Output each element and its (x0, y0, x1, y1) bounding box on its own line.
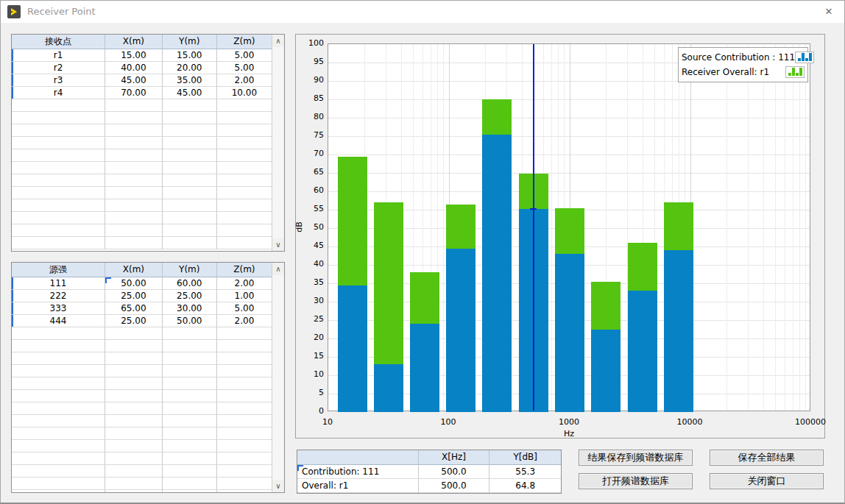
table-row[interactable]: r345.0035.002.00 (12, 74, 272, 87)
cell[interactable]: 25.00 (105, 315, 163, 327)
cell[interactable]: 50.00 (105, 277, 163, 290)
cell[interactable]: 2.00 (217, 315, 272, 327)
table-row[interactable]: Contribution: 111500.055.3 (297, 465, 561, 479)
table-row[interactable]: 33365.0030.005.00 (12, 302, 272, 315)
close-icon[interactable]: ✕ (813, 1, 844, 23)
cell[interactable]: r1 (12, 49, 105, 62)
legend-plot-style-icon[interactable] (795, 52, 814, 63)
table-row[interactable]: 44425.0050.002.00 (12, 315, 272, 327)
save-all-results-button[interactable]: 保存全部结果 (710, 450, 824, 466)
cell[interactable]: 64.8 (489, 479, 561, 493)
plot-area[interactable] (328, 43, 810, 411)
column-header: Y(m) (163, 263, 217, 277)
cell[interactable]: 5.00 (217, 302, 272, 315)
cell (217, 224, 272, 237)
cell (12, 340, 105, 352)
cell[interactable]: 35.00 (163, 74, 217, 87)
empty-row (12, 402, 272, 415)
cell[interactable]: 70.00 (105, 87, 163, 99)
scroll-up-icon[interactable]: ∧ (272, 35, 284, 47)
cell[interactable]: 15.00 (163, 49, 217, 62)
cell[interactable]: 10.00 (217, 87, 272, 99)
scroll-down-icon[interactable]: ∨ (272, 480, 284, 492)
vertical-scrollbar[interactable]: ∧∨ (272, 35, 284, 251)
table-row[interactable]: r240.0020.005.00 (12, 62, 272, 74)
bar (628, 291, 657, 412)
cell[interactable]: 65.00 (105, 302, 163, 315)
cell[interactable]: 500.0 (419, 479, 490, 493)
cell[interactable]: r3 (12, 74, 105, 87)
cell (163, 237, 217, 249)
cell (163, 112, 217, 124)
gridline (726, 44, 727, 411)
cell[interactable]: 5.00 (217, 62, 272, 74)
empty-row (12, 390, 272, 402)
cell (105, 174, 163, 187)
table-row[interactable]: 11150.0060.002.00 (12, 277, 272, 290)
cell[interactable]: 500.0 (419, 465, 490, 479)
cell[interactable]: 5.00 (217, 49, 272, 62)
empty-row (12, 187, 272, 199)
y-axis-tick-label: 55 (300, 204, 324, 214)
cell[interactable]: 333 (12, 302, 105, 315)
legend-label: Receiver Overall: r1 (682, 67, 785, 77)
chart-cursor[interactable] (533, 44, 534, 411)
y-axis-tick-label: 15 (300, 351, 324, 361)
cell[interactable]: 55.3 (489, 465, 561, 479)
cell[interactable]: 444 (12, 315, 105, 327)
empty-row (12, 212, 272, 224)
cell[interactable]: 111 (12, 277, 105, 290)
cell (217, 199, 272, 212)
cell[interactable]: 1.00 (217, 290, 272, 302)
cell (105, 124, 163, 137)
cell[interactable]: 2.00 (217, 277, 272, 290)
cell[interactable]: 40.00 (105, 62, 163, 74)
empty-row (12, 149, 272, 162)
scroll-up-icon[interactable]: ∧ (272, 263, 284, 275)
cell[interactable]: 20.00 (163, 62, 217, 74)
vertical-scrollbar[interactable]: ∧∨ (272, 263, 284, 492)
open-spectrum-db-button[interactable]: 打开频谱数据库 (579, 473, 693, 489)
cell[interactable]: Overall: r1 (297, 479, 419, 493)
cell (105, 352, 163, 365)
cell[interactable]: 60.00 (163, 277, 217, 290)
cell (217, 340, 272, 352)
legend-plot-style-icon[interactable] (785, 66, 805, 78)
spectrum-chart[interactable]: 0510152025303540455055606570758085909510… (295, 34, 825, 439)
cell (105, 377, 163, 390)
cell[interactable]: 2.00 (217, 74, 272, 87)
cell[interactable]: 25.00 (105, 290, 163, 302)
cell (12, 415, 105, 427)
column-header: Z(m) (217, 35, 272, 49)
save-results-to-spectrum-db-button[interactable]: 结果保存到频谱数据库 (579, 450, 693, 466)
empty-row (12, 352, 272, 365)
legend-item[interactable]: Receiver Overall: r1 (682, 65, 805, 79)
cell (217, 149, 272, 162)
cell[interactable]: Contribution: 111 (297, 465, 419, 479)
cell[interactable]: 45.00 (163, 87, 217, 99)
cell[interactable]: 45.00 (105, 74, 163, 87)
cell[interactable]: r4 (12, 87, 105, 99)
cell[interactable]: 15.00 (105, 49, 163, 62)
close-window-button[interactable]: 关闭窗口 (710, 473, 824, 489)
cell (163, 162, 217, 174)
cell (12, 452, 105, 465)
scroll-down-icon[interactable]: ∨ (272, 238, 284, 251)
table-row[interactable]: r470.0045.0010.00 (12, 87, 272, 99)
cell[interactable]: r2 (12, 62, 105, 74)
table-row[interactable]: r115.0015.005.00 (12, 49, 272, 62)
cell (12, 365, 105, 377)
cell[interactable]: 30.00 (163, 302, 217, 315)
table-row[interactable]: 22225.0025.001.00 (12, 290, 272, 302)
legend-label: Source Contribution : 111 (682, 52, 795, 63)
cell[interactable]: 25.00 (163, 290, 217, 302)
cell (105, 224, 163, 237)
cell[interactable]: 50.00 (163, 315, 217, 327)
cell[interactable]: 222 (12, 290, 105, 302)
cell (12, 112, 105, 124)
table-row[interactable]: Overall: r1500.064.8 (297, 479, 561, 493)
empty-row (12, 327, 272, 340)
column-header (297, 450, 419, 465)
legend-item[interactable]: Source Contribution : 111 (682, 50, 805, 65)
cell (163, 187, 217, 199)
